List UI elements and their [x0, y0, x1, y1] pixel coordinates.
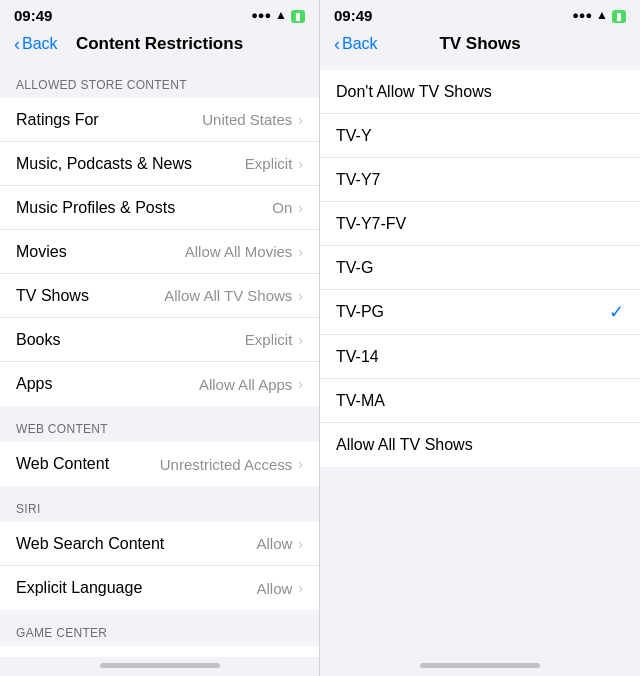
item-value: Allow All TV Shows › — [164, 287, 303, 304]
home-bar-right — [420, 663, 540, 668]
back-chevron-right: ‹ — [334, 35, 340, 53]
item-value: Unrestricted Access › — [160, 456, 303, 473]
chevron-right-icon: › — [298, 112, 303, 128]
page-title-right: TV Shows — [439, 34, 520, 54]
item-label: Movies — [16, 243, 67, 261]
tv-option-item[interactable]: TV-Y — [320, 114, 640, 158]
chevron-right-icon: › — [298, 376, 303, 392]
item-value: Allow All Movies › — [185, 243, 303, 260]
wifi-icon-right: ▲ — [596, 8, 608, 22]
tv-option-label: TV-G — [336, 259, 373, 277]
page-title-left: Content Restrictions — [76, 34, 243, 54]
section-header-allowed: ALLOWED STORE CONTENT — [0, 62, 319, 98]
list-item[interactable]: Movies Allow All Movies › — [0, 230, 319, 274]
allowed-store-group: Ratings For United States › Music, Podca… — [0, 98, 319, 406]
item-label: Web Search Content — [16, 535, 164, 553]
list-item[interactable]: Books Explicit › — [0, 318, 319, 362]
item-label: Explicit Language — [16, 579, 142, 597]
item-value: Explicit › — [245, 331, 303, 348]
battery-icon-right: ▮ — [612, 6, 626, 24]
back-label-right: Back — [342, 35, 378, 53]
item-value: Allow › — [256, 535, 303, 552]
home-indicator-right — [320, 657, 640, 676]
tv-shows-list: Don't Allow TV Shows TV-Y TV-Y7 TV-Y7-FV… — [320, 70, 640, 467]
chevron-right-icon: › — [298, 456, 303, 472]
list-item[interactable]: Multiplayer Games Allow › — [0, 646, 319, 657]
back-button-left[interactable]: ‹ Back — [14, 35, 58, 53]
chevron-right-icon: › — [298, 536, 303, 552]
back-chevron-left: ‹ — [14, 35, 20, 53]
top-spacer — [320, 62, 640, 70]
nav-bar-right: ‹ Back TV Shows — [320, 28, 640, 62]
wifi-icon-left: ▲ — [275, 8, 287, 22]
chevron-right-icon: › — [298, 244, 303, 260]
status-bar-right: 09:49 ●●● ▲ ▮ — [320, 0, 640, 28]
signal-icon-left: ●●● — [251, 9, 271, 21]
home-bar-left — [100, 663, 220, 668]
tv-option-item[interactable]: TV-PG ✓ — [320, 290, 640, 335]
section-header-game: GAME CENTER — [0, 610, 319, 646]
list-item[interactable]: Music Profiles & Posts On › — [0, 186, 319, 230]
bottom-spacer — [320, 467, 640, 657]
list-item[interactable]: Web Search Content Allow › — [0, 522, 319, 566]
item-value: United States › — [202, 111, 303, 128]
battery-icon-left: ▮ — [291, 6, 305, 24]
tv-option-label: Don't Allow TV Shows — [336, 83, 492, 101]
item-label: Web Content — [16, 455, 109, 473]
tv-option-item[interactable]: TV-MA — [320, 379, 640, 423]
status-time-left: 09:49 — [14, 7, 52, 24]
item-value: Allow All Apps › — [199, 376, 303, 393]
tv-option-label: TV-Y7 — [336, 171, 380, 189]
tv-option-item[interactable]: TV-Y7 — [320, 158, 640, 202]
signal-icon-right: ●●● — [572, 9, 592, 21]
tv-option-item[interactable]: TV-14 — [320, 335, 640, 379]
list-item[interactable]: Web Content Unrestricted Access › — [0, 442, 319, 486]
item-label: Music, Podcasts & News — [16, 155, 192, 173]
chevron-right-icon: › — [298, 156, 303, 172]
status-icons-left: ●●● ▲ ▮ — [251, 6, 305, 24]
tv-option-label: TV-MA — [336, 392, 385, 410]
home-indicator-left — [0, 657, 319, 676]
item-value: Allow › — [256, 580, 303, 597]
section-header-siri: SIRI — [0, 486, 319, 522]
web-content-group: Web Content Unrestricted Access › — [0, 442, 319, 486]
status-time-right: 09:49 — [334, 7, 372, 24]
status-icons-right: ●●● ▲ ▮ — [572, 6, 626, 24]
chevron-right-icon: › — [298, 200, 303, 216]
status-bar-left: 09:49 ●●● ▲ ▮ — [0, 0, 319, 28]
chevron-right-icon: › — [298, 288, 303, 304]
tv-option-item[interactable]: Allow All TV Shows — [320, 423, 640, 467]
chevron-right-icon: › — [298, 332, 303, 348]
tv-option-item[interactable]: Don't Allow TV Shows — [320, 70, 640, 114]
tv-option-label: Allow All TV Shows — [336, 436, 473, 454]
tv-option-label: TV-PG — [336, 303, 384, 321]
tv-option-item[interactable]: TV-G — [320, 246, 640, 290]
item-label: Music Profiles & Posts — [16, 199, 175, 217]
list-item[interactable]: Explicit Language Allow › — [0, 566, 319, 610]
tv-option-label: TV-14 — [336, 348, 379, 366]
list-item[interactable]: Music, Podcasts & News Explicit › — [0, 142, 319, 186]
right-panel: 09:49 ●●● ▲ ▮ ‹ Back TV Shows Don't Allo… — [320, 0, 640, 676]
tv-option-item[interactable]: TV-Y7-FV — [320, 202, 640, 246]
item-value: Explicit › — [245, 155, 303, 172]
game-center-group: Multiplayer Games Allow › Adding Friends… — [0, 646, 319, 657]
back-label-left: Back — [22, 35, 58, 53]
list-item[interactable]: Apps Allow All Apps › — [0, 362, 319, 406]
left-panel: 09:49 ●●● ▲ ▮ ‹ Back Content Restriction… — [0, 0, 320, 676]
back-button-right[interactable]: ‹ Back — [334, 35, 378, 53]
nav-bar-left: ‹ Back Content Restrictions — [0, 28, 319, 62]
siri-group: Web Search Content Allow › Explicit Lang… — [0, 522, 319, 610]
section-header-web: WEB CONTENT — [0, 406, 319, 442]
item-label: Apps — [16, 375, 52, 393]
tv-option-label: TV-Y7-FV — [336, 215, 406, 233]
tv-option-label: TV-Y — [336, 127, 372, 145]
list-item[interactable]: TV Shows Allow All TV Shows › — [0, 274, 319, 318]
item-value: On › — [272, 199, 303, 216]
item-label: TV Shows — [16, 287, 89, 305]
scroll-content-left: ALLOWED STORE CONTENT Ratings For United… — [0, 62, 319, 657]
item-label: Ratings For — [16, 111, 99, 129]
list-item[interactable]: Ratings For United States › — [0, 98, 319, 142]
item-label: Books — [16, 331, 60, 349]
checkmark-icon: ✓ — [609, 301, 624, 323]
chevron-right-icon: › — [298, 580, 303, 596]
